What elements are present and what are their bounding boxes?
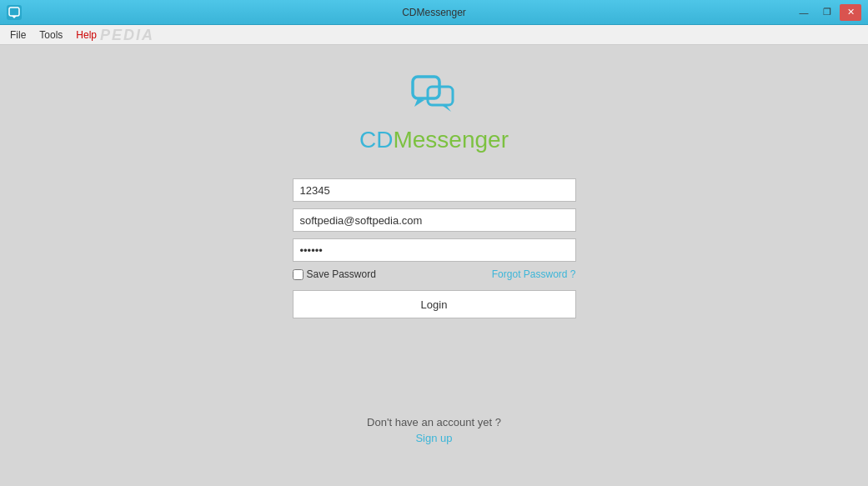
- logo-cd: CD: [359, 127, 393, 153]
- restore-button[interactable]: ❐: [816, 4, 838, 21]
- bottom-section: Don't have an account yet ? Sign up: [367, 416, 501, 444]
- forgot-password-link[interactable]: Forgot Password ?: [492, 268, 576, 280]
- server-input[interactable]: [293, 178, 576, 202]
- svg-rect-0: [9, 8, 19, 16]
- save-password-checkbox[interactable]: [293, 269, 304, 280]
- logo-messenger: Messenger: [393, 127, 509, 153]
- logo-icon: [409, 70, 459, 120]
- login-button[interactable]: Login: [293, 290, 576, 318]
- app-icon: [7, 5, 22, 20]
- logo-text: CDMessenger: [359, 127, 509, 153]
- window-title: CDMessenger: [402, 7, 466, 18]
- password-input[interactable]: [293, 238, 576, 262]
- menu-tools[interactable]: Tools: [33, 28, 69, 43]
- close-button[interactable]: ✕: [840, 4, 861, 21]
- save-password-label[interactable]: Save Password: [293, 268, 376, 280]
- menu-bar: File Tools Help PEDIA: [0, 25, 868, 45]
- menu-help[interactable]: Help: [69, 28, 103, 43]
- form-options-row: Save Password Forgot Password ?: [293, 268, 576, 280]
- minimize-button[interactable]: —: [793, 4, 815, 21]
- no-account-text: Don't have an account yet ?: [367, 416, 501, 428]
- sign-up-link[interactable]: Sign up: [415, 432, 452, 444]
- logo-area: CDMessenger: [359, 70, 509, 153]
- title-bar: CDMessenger — ❐ ✕: [0, 0, 868, 25]
- login-form: Save Password Forgot Password ? Login: [293, 178, 576, 318]
- window-controls: — ❐ ✕: [793, 4, 861, 21]
- watermark: PEDIA: [100, 27, 154, 44]
- save-password-text: Save Password: [307, 268, 376, 280]
- email-input[interactable]: [293, 208, 576, 232]
- title-bar-left: [7, 5, 22, 20]
- menu-file[interactable]: File: [3, 28, 33, 43]
- main-content: CDMessenger Save Password Forgot Passwor…: [0, 45, 868, 486]
